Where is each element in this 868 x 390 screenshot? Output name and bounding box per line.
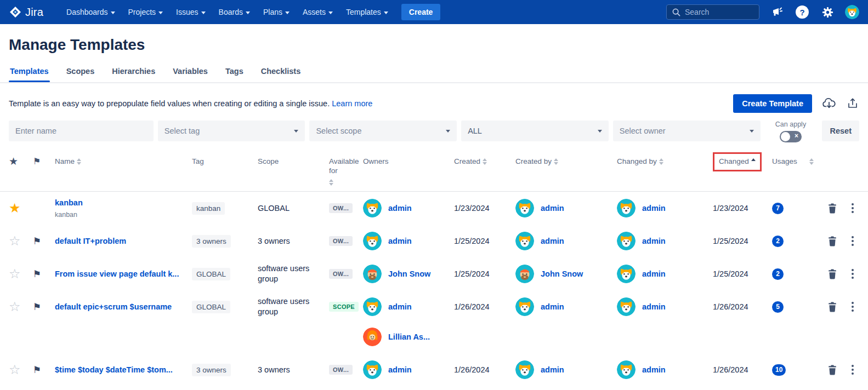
favorite-star-icon[interactable]: ☆ <box>9 266 21 282</box>
nav-boards[interactable]: Boards <box>213 3 256 21</box>
sort-icon[interactable] <box>483 158 487 165</box>
owner-name-link[interactable]: admin <box>388 204 412 213</box>
create-template-button[interactable]: Create Template <box>733 94 812 113</box>
user-avatar[interactable] <box>845 5 859 19</box>
usages-badge[interactable]: 5 <box>772 301 784 313</box>
created-by-column-header[interactable]: Created by <box>515 157 617 166</box>
template-name-link[interactable]: From issue view page default k... <box>55 269 179 278</box>
name-filter-input[interactable] <box>15 127 147 135</box>
kebab-menu[interactable] <box>849 201 856 215</box>
changed-by-link[interactable]: admin <box>642 302 666 311</box>
favorite-star-icon[interactable]: ★ <box>9 200 21 216</box>
flag-icon[interactable]: ⚑ <box>33 236 41 247</box>
can-apply-toggle[interactable]: × <box>780 131 802 142</box>
kebab-menu[interactable] <box>849 363 856 377</box>
favorite-star-icon[interactable]: ☆ <box>9 233 21 249</box>
sort-ascending-icon[interactable] <box>751 158 756 166</box>
owner-name-link[interactable]: admin <box>388 365 412 374</box>
scope-filter-select[interactable]: Select scope <box>309 121 457 141</box>
nav-templates[interactable]: Templates <box>341 3 394 21</box>
help-button[interactable]: ? <box>795 4 810 20</box>
created-by-link[interactable]: admin <box>541 204 564 213</box>
sort-icon[interactable] <box>659 158 663 165</box>
import-templates-button[interactable] <box>822 96 836 111</box>
usages-badge[interactable]: 10 <box>772 364 786 376</box>
sort-icon[interactable] <box>77 158 81 165</box>
usages-badge[interactable]: 2 <box>772 236 784 247</box>
nav-plans[interactable]: Plans <box>258 3 295 21</box>
flag-icon[interactable]: ⚑ <box>33 364 41 376</box>
owner-avatar[interactable] <box>363 297 382 316</box>
flag-icon[interactable]: ⚑ <box>33 301 41 313</box>
tab-hierarchies[interactable]: Hierarchies <box>111 67 156 81</box>
owner-name-link[interactable]: admin <box>388 237 412 245</box>
nav-issues[interactable]: Issues <box>171 3 211 21</box>
changed-by-link[interactable]: admin <box>642 237 666 245</box>
favorite-column-header[interactable]: ★ <box>9 157 33 167</box>
delete-button[interactable] <box>827 203 837 214</box>
name-column-header[interactable]: Name <box>55 157 192 166</box>
created-by-link[interactable]: admin <box>541 237 564 245</box>
user-avatar[interactable] <box>515 265 534 283</box>
export-templates-button[interactable] <box>846 97 859 110</box>
user-avatar[interactable] <box>617 360 636 379</box>
flag-icon[interactable]: ⚑ <box>33 268 41 280</box>
owner-avatar[interactable] <box>363 360 382 379</box>
owner-avatar[interactable] <box>363 232 382 250</box>
owner-name-link[interactable]: John Snow <box>388 269 430 278</box>
user-avatar[interactable] <box>617 232 636 250</box>
favorite-star-icon[interactable]: ☆ <box>9 299 21 314</box>
sort-icon[interactable] <box>329 179 333 186</box>
announcements-button[interactable] <box>769 4 785 20</box>
tag-filter-select[interactable]: Select tag <box>158 121 305 141</box>
changed-by-link[interactable]: admin <box>642 365 666 374</box>
created-column-header[interactable]: Created <box>454 157 515 166</box>
delete-button[interactable] <box>827 365 837 375</box>
sort-icon[interactable] <box>554 158 558 165</box>
template-name-link[interactable]: kanban <box>55 198 83 207</box>
user-avatar[interactable] <box>515 232 534 250</box>
user-avatar[interactable] <box>617 265 636 283</box>
delete-button[interactable] <box>827 302 837 312</box>
tab-tags[interactable]: Tags <box>224 67 245 81</box>
user-avatar[interactable] <box>617 199 636 217</box>
user-avatar[interactable] <box>617 297 636 316</box>
nav-create-button[interactable]: Create <box>401 4 441 20</box>
available-for-column-header[interactable]: Available for <box>329 157 363 186</box>
tab-checklists[interactable]: Checklists <box>260 67 302 81</box>
user-avatar[interactable] <box>515 360 534 379</box>
nav-assets[interactable]: Assets <box>297 3 338 21</box>
template-name-link[interactable]: default epic+scrum $username <box>55 302 172 311</box>
template-name-link[interactable]: default IT+problem <box>55 237 126 245</box>
owner-name-link[interactable]: admin <box>388 302 412 311</box>
delete-button[interactable] <box>827 269 837 279</box>
delete-button[interactable] <box>827 236 837 246</box>
tab-templates[interactable]: Templates <box>9 67 50 81</box>
usages-column-header[interactable]: Usages <box>772 157 822 166</box>
favorite-star-icon[interactable]: ☆ <box>9 362 21 377</box>
nav-dashboards[interactable]: Dashboards <box>61 3 121 21</box>
tab-scopes[interactable]: Scopes <box>65 67 96 81</box>
created-by-link[interactable]: John Snow <box>541 269 583 278</box>
owner-filter-select[interactable]: Select owner <box>613 121 761 141</box>
changed-column-header[interactable]: Changed <box>713 157 772 171</box>
flag-column-header[interactable]: ⚑ <box>33 157 55 167</box>
name-filter[interactable] <box>9 121 154 141</box>
kebab-menu[interactable] <box>849 267 856 281</box>
changed-by-link[interactable]: admin <box>642 204 666 213</box>
owner-name-link[interactable]: Lillian As... <box>388 332 430 341</box>
created-by-link[interactable]: admin <box>541 302 564 311</box>
reset-filters-button[interactable]: Reset <box>822 121 859 141</box>
owner-avatar[interactable] <box>363 328 382 346</box>
sort-icon[interactable] <box>809 158 814 165</box>
kebab-menu[interactable] <box>849 234 856 248</box>
user-avatar[interactable] <box>515 297 534 316</box>
usages-badge[interactable]: 7 <box>772 203 784 214</box>
user-avatar[interactable] <box>515 199 534 217</box>
changed-by-column-header[interactable]: Changed by <box>617 157 713 166</box>
type-filter-select[interactable]: ALL <box>461 121 609 141</box>
owner-avatar[interactable] <box>363 265 382 283</box>
usages-badge[interactable]: 2 <box>772 268 784 280</box>
global-search[interactable] <box>666 4 759 20</box>
search-input[interactable] <box>685 8 751 16</box>
